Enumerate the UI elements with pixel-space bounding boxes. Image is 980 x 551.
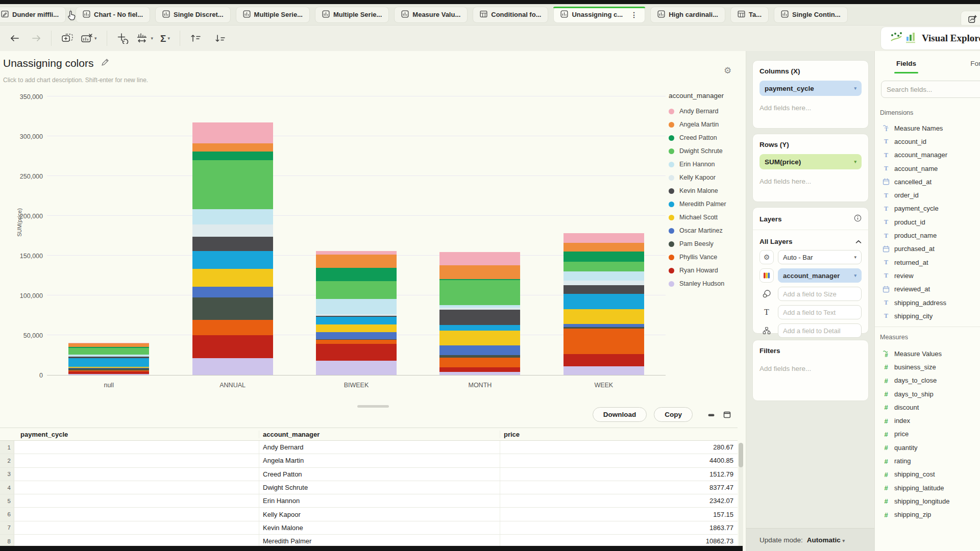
bar-segment[interactable] — [68, 348, 149, 355]
legend-item[interactable]: Angela Martin — [669, 118, 745, 131]
minimize-panel-icon[interactable] — [707, 411, 716, 419]
bar-segment[interactable] — [192, 209, 273, 224]
delete-chart-button[interactable]: ▾ — [77, 30, 101, 46]
edit-title-icon[interactable] — [101, 58, 109, 69]
columns-pill-payment-cycle[interactable]: payment_cycle▾ — [760, 81, 862, 96]
bar-segment[interactable] — [439, 345, 520, 355]
tab-high-cardinali[interactable]: High cardinali... — [650, 7, 725, 23]
column-header-payment-cycle[interactable]: payment_cycle — [14, 431, 259, 438]
bar-segment[interactable] — [439, 331, 520, 346]
text-field-drop[interactable]: Add a field to Text — [778, 305, 862, 319]
field-item-cancelled-at[interactable]: cancelled_at — [875, 175, 980, 188]
legend-item[interactable]: Kevin Malone — [669, 184, 745, 197]
copy-button[interactable]: Copy — [654, 407, 693, 422]
tab-ta[interactable]: Ta... — [730, 7, 769, 23]
bar-segment[interactable] — [68, 343, 149, 347]
field-item-measure-names[interactable]: TMeasure Names — [875, 121, 980, 135]
bar-segment[interactable] — [192, 224, 273, 237]
filters-drop-placeholder[interactable]: Add fields here... — [760, 365, 862, 372]
field-item-measure-values[interactable]: #Measure Values — [875, 347, 980, 360]
field-item-rating[interactable]: #rating — [875, 454, 980, 467]
field-item-shipping-longitude[interactable]: #shipping_longitude — [875, 494, 980, 508]
bar-segment[interactable] — [192, 251, 273, 269]
legend-item[interactable]: Michael Scott — [669, 211, 745, 224]
legend-item[interactable]: Creed Patton — [669, 131, 745, 144]
bar-segment[interactable] — [192, 358, 273, 375]
field-item-shipping-cost[interactable]: #shipping_cost — [875, 468, 980, 481]
info-icon[interactable] — [854, 214, 862, 224]
tab-multiple-serie[interactable]: Multiple Serie... — [315, 7, 389, 23]
bar-segment[interactable] — [316, 255, 397, 268]
bar-segment[interactable] — [564, 354, 644, 366]
update-mode-select[interactable]: Automatic ▾ — [807, 536, 845, 544]
bar-segment[interactable] — [439, 372, 520, 375]
bar-segment[interactable] — [316, 361, 397, 375]
bar-segment[interactable] — [316, 324, 397, 332]
mark-type-select[interactable]: Auto - Bar▾ — [778, 250, 862, 264]
bar-segment[interactable] — [192, 297, 273, 320]
bar-segment[interactable] — [316, 251, 397, 255]
size-field-drop[interactable]: Add a field to Size — [778, 287, 862, 301]
swap-axes-button[interactable] — [113, 30, 133, 47]
bar-segment[interactable] — [192, 237, 273, 251]
tab-conditional-fo[interactable]: Conditional fo... — [473, 7, 548, 23]
bar-segment[interactable] — [192, 122, 273, 143]
tab-unassigning-c[interactable]: Unassigning c...⋮ — [553, 7, 645, 23]
bar-segment[interactable] — [439, 265, 520, 280]
chart-title[interactable]: Unassigning colors — [3, 57, 93, 69]
bar-segment[interactable] — [192, 269, 273, 287]
color-field-pill[interactable]: account_manager▾ — [778, 268, 862, 283]
tab-fields[interactable]: Fields — [896, 60, 916, 67]
tab-single-discret[interactable]: Single Discret... — [155, 7, 231, 23]
field-item-payment-cycle[interactable]: Tpayment_cycle — [875, 202, 980, 215]
legend-item[interactable]: Kelly Kapoor — [669, 171, 745, 184]
bar-segment[interactable] — [316, 268, 397, 281]
tab-menu-icon[interactable]: ⋮ — [630, 11, 638, 19]
bar-width-button[interactable]: ▾ — [133, 30, 157, 47]
bar-segment[interactable] — [316, 332, 397, 340]
field-item-shipping-zip[interactable]: #shipping_zip — [875, 508, 980, 521]
bar-segment[interactable] — [316, 317, 397, 324]
visual-explorer-button[interactable]: Visual Explorer — [880, 27, 980, 50]
bar-segment[interactable] — [564, 294, 644, 309]
bar-segment[interactable] — [439, 310, 520, 325]
legend-item[interactable]: Erin Hannon — [669, 158, 745, 171]
field-item-purchased-at[interactable]: purchased_at — [875, 242, 980, 256]
column-header-account-manager[interactable]: account_manager — [259, 431, 500, 438]
aggregate-button[interactable]: Σ ▾ — [157, 31, 174, 46]
field-item-index[interactable]: #index — [875, 414, 980, 427]
field-item-days-to-close[interactable]: #days_to_close — [875, 374, 980, 387]
bar-segment[interactable] — [564, 262, 644, 271]
legend-item[interactable]: Pam Beesly — [669, 237, 745, 251]
tab-multiple-serie[interactable]: Multiple Serie... — [236, 7, 310, 23]
tab-single-contin[interactable]: Single Contin... — [774, 7, 848, 23]
download-button[interactable]: Download — [593, 407, 647, 422]
bar-segment[interactable] — [439, 280, 520, 305]
field-item-shipping-latitude[interactable]: #shipping_latitude — [875, 481, 980, 494]
field-item-days-to-ship[interactable]: #days_to_ship — [875, 387, 980, 400]
tab-dunder-miffli[interactable]: Dunder miffli... — [0, 7, 66, 23]
search-input[interactable] — [881, 81, 980, 98]
field-item-shipping-address[interactable]: Tshipping_address — [875, 296, 980, 309]
rows-pill-sum-price[interactable]: SUM(price)▾ — [760, 154, 862, 169]
bar-segment[interactable] — [564, 243, 644, 252]
field-item-product-id[interactable]: Tproduct_id — [875, 215, 980, 229]
bar-segment[interactable] — [439, 367, 520, 372]
chevron-up-icon[interactable] — [855, 237, 862, 246]
legend-item[interactable]: Andy Bernard — [669, 105, 745, 118]
bar-segment[interactable] — [564, 252, 644, 262]
bar-segment[interactable] — [192, 287, 273, 297]
field-item-business-size[interactable]: #business_size — [875, 360, 980, 373]
bar-segment[interactable] — [192, 143, 273, 152]
legend-item[interactable]: Dwight Schrute — [669, 144, 745, 158]
forward-button[interactable] — [28, 31, 45, 45]
bar-segment[interactable] — [68, 358, 149, 367]
bar-segment[interactable] — [316, 340, 397, 343]
field-item-account-name[interactable]: Taccount_name — [875, 162, 980, 175]
duplicate-chart-button[interactable] — [58, 30, 77, 46]
table-scrollbar[interactable] — [739, 443, 743, 551]
field-item-review[interactable]: Treview — [875, 269, 980, 282]
column-header-price[interactable]: price — [500, 431, 738, 438]
bar-segment[interactable] — [439, 358, 520, 367]
field-item-quantity[interactable]: #quantity — [875, 441, 980, 454]
